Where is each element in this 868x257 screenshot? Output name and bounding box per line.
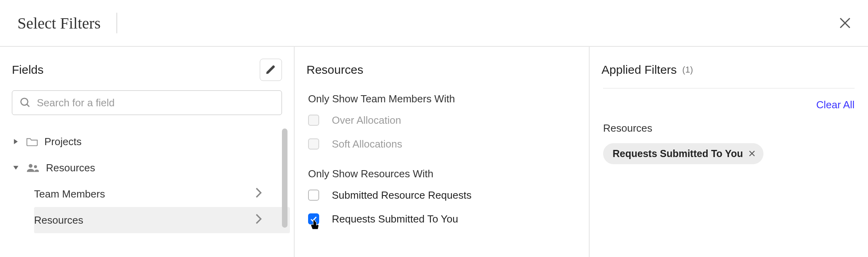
options-panel-head: Resources <box>295 59 589 81</box>
option-soft-allocations: Soft Allocations <box>308 132 575 156</box>
chip-remove[interactable] <box>748 148 756 159</box>
tree-scrollbar[interactable] <box>282 128 287 228</box>
close-icon <box>748 150 756 157</box>
caret-down-icon <box>12 165 20 171</box>
tree-item-label: Projects <box>44 136 82 148</box>
option-submitted-resource-requests[interactable]: Submitted Resource Requests <box>308 183 575 207</box>
tree-item-label: Resources <box>34 214 83 226</box>
checkbox-unchecked <box>308 115 319 126</box>
checkbox-unchecked <box>308 138 319 150</box>
group-label-team: Only Show Team Members With <box>308 93 575 105</box>
applied-filter-chip[interactable]: Requests Submitted To You <box>603 143 763 164</box>
tree-item-projects[interactable]: Projects <box>12 128 290 155</box>
applied-panel-head: Applied Filters (1) <box>590 59 868 81</box>
fields-panel-head: Fields <box>0 59 294 81</box>
fields-title: Fields <box>12 63 44 77</box>
svg-point-6 <box>29 164 32 168</box>
field-search[interactable] <box>12 90 282 115</box>
applied-filters-panel: Applied Filters (1) Clear All Resources … <box>590 47 868 257</box>
pointer-cursor-icon <box>310 219 320 232</box>
people-icon <box>26 163 40 173</box>
caret-right-icon <box>12 138 20 145</box>
svg-point-7 <box>34 165 37 168</box>
title-divider <box>116 13 117 33</box>
option-label: Soft Allocations <box>332 138 402 150</box>
dialog-body: Fields Proj <box>0 47 868 257</box>
applied-group-name: Resources <box>603 122 855 134</box>
chevron-right-icon <box>255 187 262 201</box>
tree-item-label: Team Members <box>34 188 105 200</box>
tree-subitem-team-members[interactable]: Team Members <box>34 181 290 207</box>
svg-marker-4 <box>14 139 18 144</box>
search-icon <box>19 97 31 109</box>
svg-marker-5 <box>13 166 19 170</box>
fields-panel: Fields Proj <box>0 47 295 257</box>
search-wrap <box>0 81 294 115</box>
group-label-resources: Only Show Resources With <box>308 168 575 180</box>
dialog-title: Select Filters <box>17 14 101 33</box>
divider <box>603 88 855 88</box>
field-search-input[interactable] <box>37 97 274 109</box>
svg-line-3 <box>27 104 29 107</box>
field-tree: Projects Resources Team Members <box>0 128 294 247</box>
clear-all-link[interactable]: Clear All <box>816 99 855 111</box>
close-icon <box>838 16 852 30</box>
dialog-header: Select Filters <box>0 0 868 47</box>
option-label: Over Allocation <box>332 114 401 127</box>
chip-label: Requests Submitted To You <box>613 148 743 159</box>
options-title: Resources <box>306 63 363 77</box>
chevron-right-icon <box>255 213 262 227</box>
applied-count: (1) <box>682 65 693 75</box>
option-label: Requests Submitted To You <box>332 213 458 225</box>
tree-subitem-resources[interactable]: Resources <box>34 207 290 233</box>
svg-point-2 <box>21 98 28 105</box>
edit-fields-button[interactable] <box>260 59 282 81</box>
tree-item-resources[interactable]: Resources <box>12 155 290 181</box>
applied-title: Applied Filters <box>602 63 677 77</box>
close-button[interactable] <box>835 13 855 33</box>
option-label: Submitted Resource Requests <box>332 189 472 201</box>
option-requests-submitted-to-you[interactable]: Requests Submitted To You <box>308 207 575 231</box>
checkbox-unchecked[interactable] <box>308 190 319 201</box>
filter-options-panel: Resources Only Show Team Members With Ov… <box>295 47 590 257</box>
folder-icon <box>26 137 38 146</box>
pencil-icon <box>265 64 276 75</box>
tree-item-label: Resources <box>46 162 95 174</box>
option-over-allocation: Over Allocation <box>308 108 575 132</box>
